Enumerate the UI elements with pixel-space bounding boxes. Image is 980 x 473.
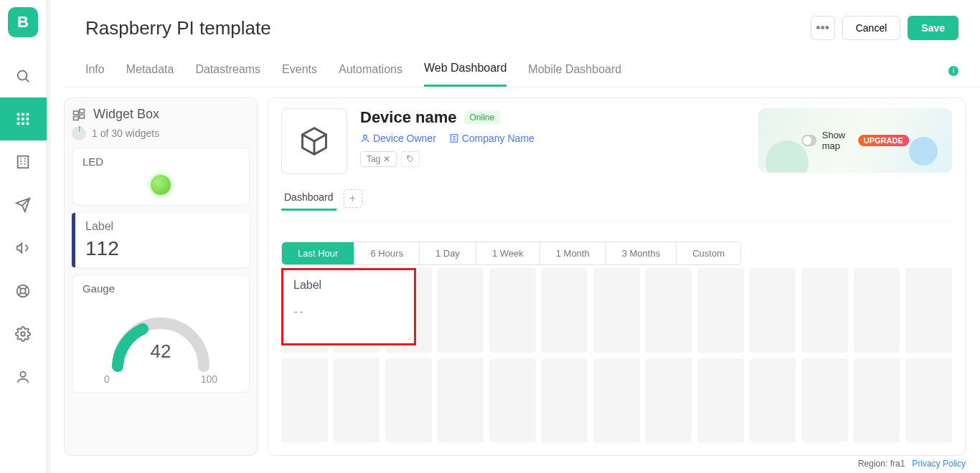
gauge-icon: 42 xyxy=(103,302,218,373)
widget-label-title: Label xyxy=(85,220,240,233)
tab-info[interactable]: Info xyxy=(85,56,105,86)
svg-rect-6 xyxy=(22,118,24,120)
svg-rect-27 xyxy=(80,109,85,113)
tab-mobile-dashboard[interactable]: Mobile Dashboard xyxy=(528,56,621,86)
tag-icon xyxy=(406,155,415,163)
device-header: Device name Online Device Owner Company … xyxy=(281,108,952,174)
info-icon[interactable]: i xyxy=(948,66,958,76)
show-map-toggle[interactable]: Show map UPGRADE xyxy=(801,130,909,151)
nav-settings[interactable] xyxy=(0,312,47,355)
person-icon xyxy=(360,133,370,143)
header-actions: ••• Cancel Save xyxy=(811,16,958,40)
gauge-range: 0 100 xyxy=(83,373,239,385)
save-button[interactable]: Save xyxy=(908,16,958,40)
svg-rect-10 xyxy=(27,123,29,125)
company-icon xyxy=(449,133,459,143)
nav-announce[interactable] xyxy=(0,226,47,269)
widget-box: Widget Box 1 of 30 widgets LED Label 112… xyxy=(64,97,258,456)
svg-rect-4 xyxy=(27,113,29,116)
svg-point-25 xyxy=(20,372,25,377)
time-3-months[interactable]: 3 Months xyxy=(606,242,677,264)
placed-label-title: Label xyxy=(293,279,404,292)
send-icon xyxy=(15,197,31,213)
widget-label[interactable]: Label 112 xyxy=(72,213,250,267)
upgrade-badge[interactable]: UPGRADE xyxy=(858,135,909,146)
resize-handle-icon[interactable]: ⌟ xyxy=(407,333,411,340)
tag-remove-icon[interactable]: ✕ xyxy=(383,154,390,164)
svg-point-0 xyxy=(18,71,27,80)
nav-organizations[interactable] xyxy=(0,140,47,183)
svg-point-24 xyxy=(21,332,25,336)
svg-rect-28 xyxy=(74,116,79,120)
main-area: Raspberry PI template ••• Cancel Save In… xyxy=(51,0,980,473)
widget-gauge[interactable]: Gauge 42 0 100 xyxy=(72,274,250,393)
lifebuoy-icon xyxy=(15,283,31,299)
widget-count-row: 1 of 30 widgets xyxy=(72,126,250,140)
quota-pie-icon xyxy=(72,126,86,140)
header: Raspberry PI template ••• Cancel Save xyxy=(64,6,980,47)
tab-metadata[interactable]: Metadata xyxy=(126,56,174,86)
time-6-hours[interactable]: 6 Hours xyxy=(354,242,420,264)
svg-point-35 xyxy=(408,157,410,158)
owner-link[interactable]: Device Owner xyxy=(360,133,436,144)
app-sidebar: B xyxy=(0,0,47,473)
time-1-month[interactable]: 1 Month xyxy=(540,242,606,264)
time-1-week[interactable]: 1 Week xyxy=(476,242,540,264)
tab-web-dashboard[interactable]: Web Dashboard xyxy=(424,54,507,87)
svg-rect-11 xyxy=(18,156,29,168)
status-badge: Online xyxy=(464,111,501,124)
svg-line-1 xyxy=(26,79,29,82)
device-meta: Device name Online Device Owner Company … xyxy=(360,108,745,167)
widgets-icon xyxy=(72,108,86,122)
time-1-day[interactable]: 1 Day xyxy=(420,242,476,264)
nav-search[interactable] xyxy=(0,54,47,97)
svg-rect-5 xyxy=(17,118,20,120)
add-dashboard-tab[interactable]: + xyxy=(344,189,362,208)
nav-profile[interactable] xyxy=(0,355,47,398)
template-tabs: Info Metadata Datastreams Events Automat… xyxy=(64,47,980,87)
svg-line-23 xyxy=(25,293,28,296)
region-label: Region: fra1 xyxy=(858,459,905,469)
logo[interactable]: B xyxy=(8,7,38,37)
widget-label-value: 112 xyxy=(85,237,240,260)
nav-messages[interactable] xyxy=(0,183,47,226)
time-last-hour[interactable]: Last Hour xyxy=(282,242,354,264)
svg-rect-9 xyxy=(22,123,24,125)
tab-events[interactable]: Events xyxy=(282,56,317,86)
dashboard-tab[interactable]: Dashboard xyxy=(281,186,336,211)
tab-datastreams[interactable]: Datastreams xyxy=(195,56,260,86)
toggle-switch[interactable] xyxy=(801,135,816,146)
content: Widget Box 1 of 30 widgets LED Label 112… xyxy=(64,87,980,456)
company-link[interactable]: Company Name xyxy=(449,133,534,144)
search-icon xyxy=(15,68,31,84)
grid-icon xyxy=(15,111,31,127)
nav-help[interactable] xyxy=(0,269,47,312)
privacy-link[interactable]: Privacy Policy xyxy=(912,459,966,469)
led-icon xyxy=(151,175,171,195)
more-button[interactable]: ••• xyxy=(811,16,835,40)
megaphone-icon xyxy=(15,240,31,256)
svg-line-22 xyxy=(19,293,22,296)
svg-line-20 xyxy=(19,287,22,290)
svg-rect-3 xyxy=(22,113,24,116)
svg-rect-26 xyxy=(74,111,79,115)
time-custom[interactable]: Custom xyxy=(677,242,740,264)
page-title: Raspberry PI template xyxy=(85,17,271,39)
device-icon xyxy=(281,108,347,174)
svg-rect-2 xyxy=(17,113,20,116)
tag-chip[interactable]: Tag ✕ xyxy=(360,151,397,167)
nav-dashboard[interactable] xyxy=(0,97,47,140)
svg-point-19 xyxy=(20,288,25,293)
tab-automations[interactable]: Automations xyxy=(339,56,402,86)
building-icon xyxy=(15,154,31,170)
placed-label-widget[interactable]: Label -- ⌟ xyxy=(281,268,416,345)
widget-led[interactable]: LED xyxy=(72,148,250,206)
widget-box-title: Widget Box xyxy=(93,107,159,122)
svg-rect-7 xyxy=(27,118,29,120)
svg-rect-29 xyxy=(80,115,85,118)
dashboard-grid[interactable]: Label -- ⌟ xyxy=(281,265,952,445)
cancel-button[interactable]: Cancel xyxy=(842,16,901,40)
widget-gauge-title: Gauge xyxy=(83,282,239,295)
add-tag-button[interactable] xyxy=(401,151,420,167)
gauge-max: 100 xyxy=(201,373,217,385)
